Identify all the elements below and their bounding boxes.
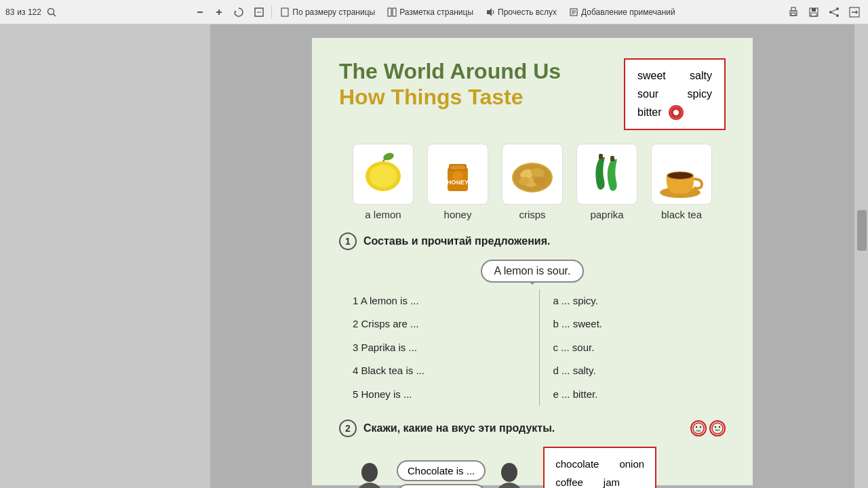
paprika-svg xyxy=(583,147,631,201)
tea-svg xyxy=(654,148,709,199)
food-item-crisps: crisps xyxy=(502,144,563,220)
svg-point-49 xyxy=(668,172,692,179)
answer-line-e: e ... bitter. xyxy=(553,383,726,407)
plus-icon xyxy=(214,7,224,17)
svg-point-55 xyxy=(719,426,720,428)
crisps-image xyxy=(502,144,563,205)
svg-point-56 xyxy=(361,463,378,482)
section2-title: Скажи, какие на вкус эти продукты. xyxy=(363,422,555,434)
svg-rect-35 xyxy=(450,165,465,169)
fit-button[interactable] xyxy=(251,4,267,20)
food-item-paprika: paprika xyxy=(576,144,637,220)
divider xyxy=(539,289,540,407)
food-item-honey: HONEY honey xyxy=(427,144,488,220)
svg-rect-46 xyxy=(610,156,614,161)
add-notes-button[interactable]: Добавление примечаний xyxy=(565,6,679,18)
honey-image: HONEY xyxy=(427,144,488,205)
svg-rect-21 xyxy=(811,13,816,16)
bubble-sweet: sweet! xyxy=(397,484,486,488)
more-button[interactable] xyxy=(846,4,863,20)
svg-point-50 xyxy=(693,423,704,434)
character-left-svg xyxy=(353,462,387,488)
svg-rect-9 xyxy=(388,8,391,16)
layout-icon xyxy=(387,7,397,17)
svg-point-52 xyxy=(700,426,701,428)
svg-point-51 xyxy=(696,426,697,428)
svg-marker-11 xyxy=(487,8,492,16)
svg-rect-18 xyxy=(791,13,795,16)
answer-line-d: d ... salty. xyxy=(553,359,726,383)
food-word-row2: coffee jam xyxy=(555,473,644,488)
food-item-black-tea: black tea xyxy=(651,144,712,220)
svg-rect-10 xyxy=(393,8,396,16)
read-aloud-button[interactable]: Прочесть вслух xyxy=(481,6,561,18)
food-word-box: chocolate onion coffee jam cheese orange xyxy=(543,447,656,488)
toolbar: 83 из 122 xyxy=(0,0,868,24)
section1-num: 1 xyxy=(339,232,357,250)
character-right xyxy=(492,462,530,488)
food-item-lemon: a lemon xyxy=(353,144,414,220)
character-right-svg xyxy=(492,462,526,488)
honey-label: honey xyxy=(444,209,472,220)
black-tea-image xyxy=(651,144,712,205)
svg-marker-29 xyxy=(856,10,858,14)
cd-icon xyxy=(669,105,684,120)
svg-point-54 xyxy=(715,426,716,428)
scroll-indicator[interactable] xyxy=(857,210,867,251)
paprika-label: paprika xyxy=(590,209,623,220)
title-text: The World Around Us How Things Taste xyxy=(339,58,624,110)
bubble-chocolate: Chocolate is ... xyxy=(397,460,486,481)
svg-rect-45 xyxy=(599,154,603,159)
sidebar-left xyxy=(0,24,210,488)
exercise-line-4: 4 Black tea is ... xyxy=(353,359,526,383)
exercise-left: 1 A lemon is ... 2 Crisps are ... 3 Papr… xyxy=(353,289,526,407)
lemon-image xyxy=(353,144,414,205)
face-icons xyxy=(690,420,726,436)
lemon-label: a lemon xyxy=(365,209,401,220)
separator xyxy=(271,5,272,19)
svg-marker-5 xyxy=(235,10,237,12)
print-button[interactable] xyxy=(785,4,802,20)
svg-point-59 xyxy=(497,483,521,488)
section2-num: 2 xyxy=(339,420,357,437)
crisps-svg xyxy=(505,147,559,201)
honey-svg: HONEY xyxy=(434,150,481,198)
word-box-row1: sweet salty xyxy=(637,66,712,85)
svg-point-31 xyxy=(370,165,397,188)
save-button[interactable] xyxy=(806,4,822,20)
svg-point-22 xyxy=(829,11,832,14)
refresh-icon xyxy=(233,7,244,18)
food-images-row: a lemon HONEY honey xyxy=(339,144,726,220)
refresh-button[interactable] xyxy=(231,4,247,20)
svg-point-24 xyxy=(836,14,839,17)
layout-button[interactable]: Разметка страницы xyxy=(383,6,477,18)
fit-page-button[interactable]: По размеру страницы xyxy=(276,6,379,18)
exercise-line-1: 1 A lemon is ... xyxy=(353,289,526,313)
svg-rect-17 xyxy=(791,7,795,11)
page-total: из 122 xyxy=(17,7,41,17)
fit-icon xyxy=(254,7,264,18)
zoom-out-button[interactable] xyxy=(193,5,208,20)
lemon-svg xyxy=(359,150,407,198)
section1-title: Составь и прочитай предложения. xyxy=(363,235,550,247)
search-button[interactable] xyxy=(44,5,59,20)
page-nav: 83 из 122 xyxy=(5,5,87,20)
title-section: The World Around Us How Things Taste swe… xyxy=(339,58,726,130)
page-container: The World Around Us How Things Taste swe… xyxy=(210,24,854,488)
svg-line-26 xyxy=(832,13,836,15)
svg-point-39 xyxy=(513,164,551,191)
answer-line-a: a ... spicy. xyxy=(553,289,726,313)
svg-point-0 xyxy=(47,8,54,14)
more-icon xyxy=(849,7,860,18)
answer-line-b: b ... sweet. xyxy=(553,312,726,336)
share-button[interactable] xyxy=(826,4,842,20)
black-tea-label: black tea xyxy=(661,209,702,220)
svg-line-25 xyxy=(832,9,836,12)
paprika-image xyxy=(576,144,637,205)
search-icon xyxy=(47,7,56,17)
page: The World Around Us How Things Taste swe… xyxy=(312,38,753,485)
page-number: 83 xyxy=(5,7,14,17)
save-icon xyxy=(808,7,819,18)
svg-rect-8 xyxy=(281,8,288,16)
zoom-in-button[interactable] xyxy=(212,5,226,20)
